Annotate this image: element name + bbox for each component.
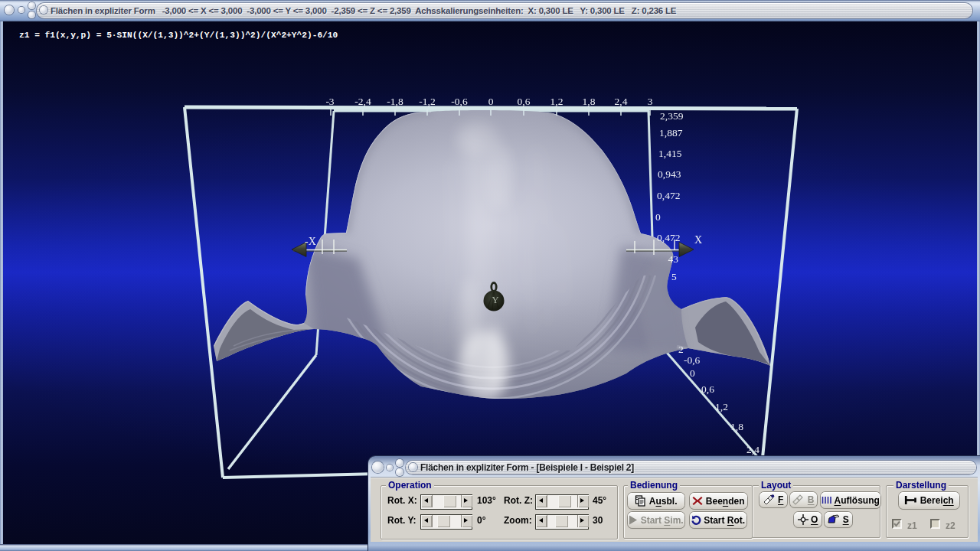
- svg-text:-3: -3: [325, 96, 334, 107]
- svg-text:1,8: 1,8: [730, 421, 743, 432]
- svg-text:0: 0: [655, 211, 661, 223]
- svg-text:3: 3: [648, 96, 653, 107]
- svg-text:-0,6: -0,6: [684, 354, 701, 366]
- svg-text:-0,6: -0,6: [451, 96, 468, 107]
- svg-text:1,2: 1,2: [715, 401, 728, 412]
- svg-text:1,2: 1,2: [550, 96, 564, 107]
- svg-text:Y: Y: [492, 295, 498, 305]
- svg-text:2: 2: [678, 344, 684, 355]
- svg-text:0,943: 0,943: [658, 168, 681, 180]
- svg-text:2,4: 2,4: [615, 96, 628, 107]
- svg-text:-X: -X: [305, 236, 316, 247]
- svg-text:0,6: 0,6: [518, 96, 531, 107]
- svg-text:-2,4: -2,4: [354, 96, 371, 107]
- svg-text:0: 0: [690, 367, 695, 379]
- svg-text:5: 5: [671, 271, 677, 282]
- svg-text:43: 43: [668, 253, 679, 265]
- svg-text:2,359: 2,359: [660, 110, 684, 122]
- svg-text:-1,2: -1,2: [419, 96, 435, 107]
- svg-text:X: X: [694, 234, 702, 246]
- svg-text:0,6: 0,6: [701, 383, 714, 395]
- svg-text:1,415: 1,415: [658, 148, 682, 159]
- svg-text:0,472: 0,472: [657, 232, 680, 243]
- svg-text:0,472: 0,472: [657, 190, 680, 201]
- svg-text:2,4: 2,4: [746, 444, 760, 455]
- svg-text:0: 0: [488, 96, 494, 107]
- svg-text:1,887: 1,887: [659, 127, 683, 139]
- svg-text:-1,8: -1,8: [387, 96, 403, 107]
- svg-text:1,8: 1,8: [583, 96, 596, 107]
